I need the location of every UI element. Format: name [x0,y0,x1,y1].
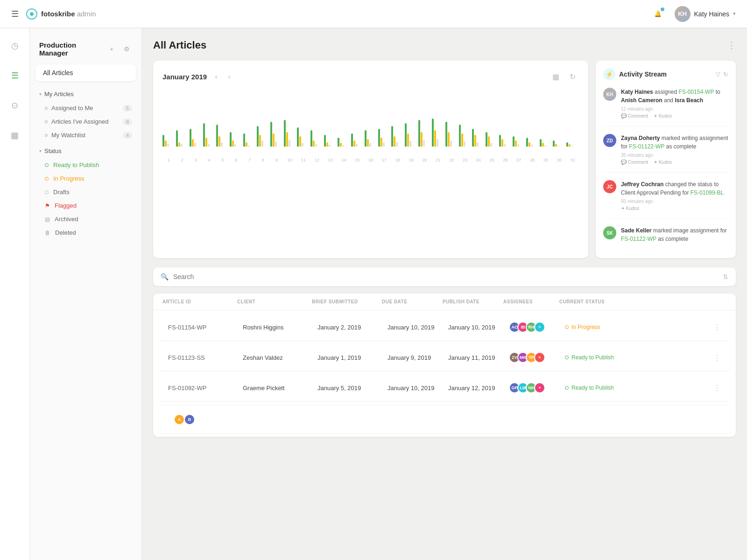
sidebar-icon-calendar[interactable]: ▦ [7,127,23,144]
bar-yellow [488,136,490,147]
assigned-to-me-label: Assigned to Me [51,105,93,112]
search-icon: 🔍 [161,273,169,280]
bar-gray [248,145,250,147]
icon-sidebar: ◷ ☰ ⊙ ▦ [0,28,30,560]
page-header: All Articles ⋮ [153,39,736,51]
calendar-next-button[interactable]: › [224,71,235,82]
bar-group [176,130,189,147]
sidebar-item-articles-assigned[interactable]: Articles I've Assigned 8 [30,115,141,128]
bar-gray [167,144,169,147]
bar-gray [194,143,196,147]
row-menu-1[interactable]: ⋮ [707,323,721,332]
status-flagged[interactable]: ⚑ Flagged [30,199,141,212]
status-drafts[interactable]: Drafts [30,185,141,199]
kudos-button-1[interactable]: ✦ Kudos [654,113,672,119]
activity-actions-3: ✦ Kudos [621,206,728,211]
activity-actions-1: 💬 Comment ✦ Kudos [621,113,728,119]
page-menu-button[interactable]: ⋮ [727,40,736,50]
bar-group [459,125,472,147]
sidebar-icon-person[interactable]: ⊙ [7,97,23,114]
calendar-nav: ‹ › [211,71,235,82]
bar-group [391,126,404,147]
row-menu-3[interactable]: ⋮ [707,384,721,392]
activity-avatar-sade: SK [603,226,616,239]
calendar-view-button[interactable]: ▦ [549,70,562,83]
status-inprogress-label: In Progress [53,175,84,182]
articles-assigned-count: 8 [123,119,132,125]
chart-x-label: 13 [324,158,337,162]
bar-group [526,138,539,147]
activity-item-3: JC Jeffrey Cochran changed the status to… [603,180,728,219]
bar-gray [275,141,277,147]
due-3: January 10, 2019 [388,385,448,392]
sort-button[interactable]: ⇅ [723,273,728,280]
status-deleted[interactable]: 🗑 Deleted [30,226,141,239]
article-id-1: FS-01154-WP [168,324,243,331]
row-menu-2[interactable]: ⋮ [707,353,721,362]
watchlist-label: My Watchlist [51,132,85,139]
status-section-header[interactable]: ▾ Status [30,146,141,158]
partial-avatar: B [184,414,195,425]
settings-button[interactable]: ⚙ [121,43,132,55]
search-input[interactable] [173,273,718,280]
calendar-prev-button[interactable]: ‹ [211,71,222,82]
chart-x-label: 22 [445,158,458,162]
chart-x-label: 28 [526,158,539,162]
status-archived[interactable]: ▤ Archived [30,212,141,226]
bar-gray [557,146,559,147]
bar-group [445,122,458,147]
bar-gray [477,142,479,147]
comment-button-1[interactable]: 💬 Comment [621,113,648,119]
activity-body-2: Zayna Doherty marked writing assignment … [621,134,728,165]
status-ready-to-publish[interactable]: Ready to Publish [30,158,141,172]
chart-x-label: 5 [216,158,229,162]
notification-button[interactable]: 🔔 [650,7,665,21]
status-drafts-label: Drafts [53,189,70,196]
chart-x-label: 3 [190,158,202,162]
sidebar-icon-list[interactable]: ☰ [7,67,23,84]
collapse-icon: ▾ [39,91,42,97]
bar-green [203,123,205,147]
sidebar-icon-clock[interactable]: ◷ [7,37,23,54]
bar-green [284,120,286,147]
status-dot-icon [565,325,569,329]
bar-group [338,138,350,147]
status-badge-2: Ready to Publish [565,354,707,361]
chart-x-label: 15 [351,158,364,162]
status-in-progress[interactable]: In Progress [30,172,141,185]
status-2: Ready to Publish [565,354,707,361]
sidebar-item-watchlist[interactable]: My Watchlist 4 [30,128,141,142]
comment-button-2[interactable]: 💬 Comment [621,160,648,165]
brief-3: January 5, 2019 [317,385,388,392]
kudos-button-3[interactable]: ✦ Kudos [621,206,639,211]
activity-title: Activity Stream [619,70,712,78]
bar-group [499,135,512,147]
status-dot-icon [565,356,569,359]
activity-refresh-button[interactable]: ↻ [723,71,728,78]
kudos-button-2[interactable]: ✦ Kudos [654,160,672,165]
activity-filter-button[interactable]: ▽ [716,71,720,78]
sidebar-title: Production Manager [39,41,106,57]
bar-group [324,135,337,147]
activity-text-4: Sade Keller marked image assignment for … [621,226,728,243]
bar-green [391,126,393,147]
bar-yellow [555,144,557,147]
bar-green [257,126,259,147]
add-section-button[interactable]: + [106,43,117,55]
user-menu[interactable]: KH Katy Haines ▾ [675,6,736,22]
bar-yellow [218,136,220,147]
bar-gray [289,140,290,147]
chart-x-label: 27 [513,158,525,162]
calendar-refresh-button[interactable]: ↻ [566,70,579,83]
navbar: ☰ fotoskribe admin 🔔 KH Katy Haines ▾ [0,0,747,28]
bar-yellow [448,132,450,147]
hamburger-icon[interactable]: ☰ [11,9,19,19]
bar-green [472,129,474,147]
all-articles-nav-item[interactable]: All Articles [35,64,136,81]
trash-icon: 🗑 [45,230,50,236]
col-assignees: ASSIGNEES [503,299,559,304]
bar-group [566,142,579,147]
sidebar-item-assigned-to-me[interactable]: Assigned to Me 5 [30,101,141,115]
chart-x-label: 21 [432,158,444,162]
my-articles-section-header[interactable]: ▾ My Articles [30,89,141,101]
